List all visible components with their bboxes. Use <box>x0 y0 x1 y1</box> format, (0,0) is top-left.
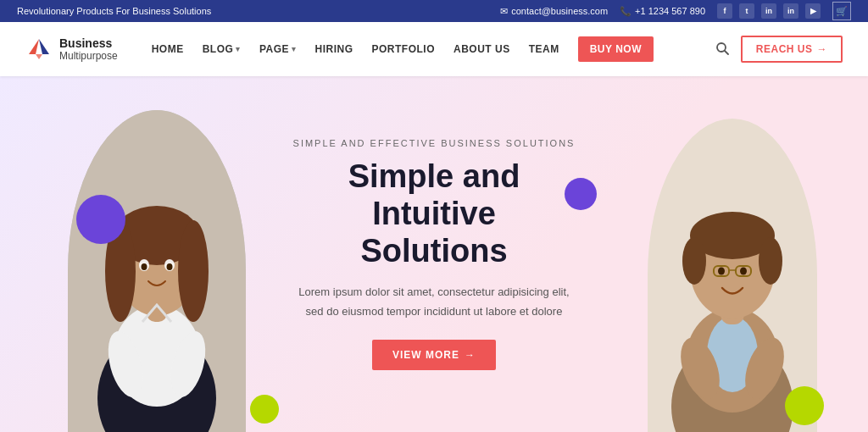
chevron-down-icon: ▾ <box>292 45 297 53</box>
person-left <box>68 110 246 432</box>
svg-line-4 <box>725 51 728 54</box>
chevron-down-icon: ▾ <box>236 45 241 53</box>
nav-right: REACH US → <box>715 36 843 63</box>
hero-title: Simple and Intuitive Solutions <box>290 158 578 269</box>
logo-text: Business Multipurpose <box>59 36 118 63</box>
brand-sub: Multipurpose <box>59 50 118 62</box>
top-bar-tagline-area: Revolutionary Products For Business Solu… <box>17 6 211 16</box>
navbar: Business Multipurpose HOME BLOG ▾ PAGE ▾… <box>0 22 868 76</box>
reach-us-button[interactable]: REACH US → <box>741 36 843 63</box>
green-circle-left <box>250 395 279 424</box>
person-right <box>648 119 817 432</box>
cart-icon[interactable]: 🛒 <box>832 2 851 20</box>
nav-blog[interactable]: BLOG ▾ <box>203 43 241 55</box>
contact-info: ✉ contact@business.com 📞 +1 1234 567 890 <box>500 6 705 17</box>
email-contact: ✉ contact@business.com <box>500 6 608 17</box>
hero-section: SIMPLE AND EFFECTIVE BUSINESS SOLUTIONS … <box>0 76 868 432</box>
brand-name: Business <box>59 36 118 51</box>
nav-team[interactable]: TEAM <box>529 43 559 55</box>
svg-point-34 <box>740 268 747 275</box>
svg-marker-1 <box>39 39 49 54</box>
nav-links: HOME BLOG ▾ PAGE ▾ HIRING PORTFOLIO ABOU… <box>152 36 715 62</box>
green-circle-right <box>785 386 824 425</box>
svg-point-29 <box>759 237 782 285</box>
arrow-right-icon: → <box>817 43 828 55</box>
nav-portfolio[interactable]: PORTFOLIO <box>372 43 436 55</box>
logo[interactable]: Business Multipurpose <box>25 36 118 63</box>
man-photo <box>648 119 817 432</box>
nav-about[interactable]: ABOUT US <box>453 43 510 55</box>
svg-marker-0 <box>29 39 39 54</box>
view-more-button[interactable]: VIEW MORE → <box>372 340 496 370</box>
buy-now-button[interactable]: BUY NOW <box>578 36 654 62</box>
nav-hiring[interactable]: HIRING <box>315 43 353 55</box>
phone-icon: 📞 <box>620 6 632 17</box>
phone-contact: 📞 +1 1234 567 890 <box>620 6 705 17</box>
purple-circle-left <box>76 195 125 244</box>
linkedin-icon[interactable]: in <box>761 3 776 19</box>
svg-point-14 <box>178 220 209 322</box>
email-address[interactable]: contact@business.com <box>511 6 608 16</box>
twitter-icon[interactable]: t <box>739 3 754 19</box>
svg-point-33 <box>718 268 725 275</box>
topbar-tagline: Revolutionary Products For Business Solu… <box>17 6 211 16</box>
facebook-icon[interactable]: f <box>717 3 732 19</box>
nav-home[interactable]: HOME <box>152 43 184 55</box>
logo-icon <box>25 36 53 63</box>
hero-description: Lorem ipsum dolor sit amet, consectetur … <box>290 283 578 320</box>
nav-page[interactable]: PAGE ▾ <box>259 43 297 55</box>
phone-number[interactable]: +1 1234 567 890 <box>635 6 705 16</box>
woman-photo <box>68 110 246 432</box>
instagram-icon[interactable]: in <box>783 3 798 19</box>
hero-content: SIMPLE AND EFFECTIVE BUSINESS SOLUTIONS … <box>290 138 578 369</box>
search-button[interactable] <box>715 42 729 58</box>
email-icon: ✉ <box>500 6 508 17</box>
hero-subtitle: SIMPLE AND EFFECTIVE BUSINESS SOLUTIONS <box>290 138 578 148</box>
svg-point-28 <box>682 237 706 285</box>
search-icon <box>715 42 729 55</box>
svg-marker-2 <box>36 54 42 59</box>
youtube-icon[interactable]: ▶ <box>805 3 821 19</box>
top-bar-right: ✉ contact@business.com 📞 +1 1234 567 890… <box>500 2 851 20</box>
svg-point-18 <box>167 263 173 270</box>
arrow-right-icon: → <box>465 349 476 361</box>
svg-point-17 <box>142 263 147 270</box>
social-icons: f t in in ▶ <box>717 3 821 19</box>
top-bar: Revolutionary Products For Business Solu… <box>0 0 868 22</box>
